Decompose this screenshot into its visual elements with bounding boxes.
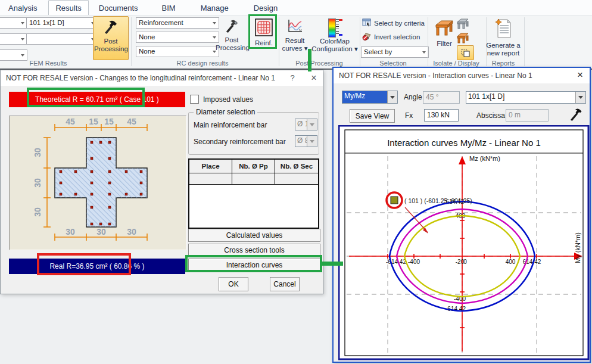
result-curves-label: Result curves ▾ bbox=[279, 37, 310, 52]
reinforcement-table[interactable]: Place Nb. Ø Pp Nb. Ø Sec bbox=[188, 158, 319, 229]
ribbon-tab-row: Analysis Results Documents BIM Manage De… bbox=[0, 0, 592, 15]
svg-text:15: 15 bbox=[89, 117, 98, 126]
isolate-gray-structure-icon[interactable] bbox=[456, 18, 469, 32]
colormap-configuration-button[interactable]: ColorMap Configuration ▾ bbox=[311, 16, 359, 59]
close-button[interactable]: × bbox=[574, 70, 586, 80]
colormap-configuration-label: ColorMap Configuration ▾ bbox=[311, 38, 359, 53]
rc-group-label: RC design results bbox=[143, 60, 262, 67]
svg-text:15: 15 bbox=[104, 117, 114, 126]
invert-selection-button[interactable]: Invert selection bbox=[362, 32, 420, 42]
save-view-button[interactable]: Save View bbox=[350, 109, 395, 123]
help-button[interactable]: ? bbox=[286, 73, 298, 83]
tab-manage[interactable]: Manage bbox=[194, 1, 235, 15]
dialog-title: NOT FOR RESALE version - Interaction cur… bbox=[334, 71, 532, 80]
diameter-selection-groupbox: Diameter selection Main reinforcement ba… bbox=[188, 112, 319, 155]
svg-text:400: 400 bbox=[506, 259, 516, 265]
select-by-combo[interactable]: Select by bbox=[361, 46, 429, 58]
select-by-criteria-button[interactable]: Select by criteria bbox=[362, 18, 425, 28]
main-bar-combo[interactable]: Ø 12 bbox=[295, 119, 317, 130]
layered-squares-icon bbox=[460, 48, 471, 58]
tab-results[interactable]: Results bbox=[48, 0, 88, 15]
chevron-down-icon bbox=[307, 119, 317, 130]
reinforcement-changes-dialog: NOT FOR RESALE version - Changes to the … bbox=[0, 70, 323, 294]
angle-field[interactable]: 45 ° bbox=[423, 91, 460, 104]
tab-analysis[interactable]: Analysis bbox=[2, 1, 43, 15]
reinf-button[interactable]: Reinf. bbox=[250, 16, 278, 59]
svg-text:-400: -400 bbox=[408, 259, 420, 265]
close-button[interactable]: × bbox=[308, 73, 320, 83]
fx-field[interactable]: 130 kN bbox=[424, 109, 459, 122]
cancel-button[interactable]: Cancel bbox=[270, 277, 300, 291]
real-r-banner: Real R=36.95 cm² ( 60.86 % ) bbox=[9, 259, 185, 274]
dialog-titlebar[interactable]: NOT FOR RESALE version - Interaction cur… bbox=[334, 68, 590, 83]
ribbon: Analysis Results Documents BIM Manage De… bbox=[0, 0, 592, 70]
chevron-down-icon bbox=[575, 92, 585, 103]
result-curves-button[interactable]: Result curves ▾ bbox=[280, 16, 310, 59]
result-curves-icon bbox=[286, 18, 303, 36]
tab-bim[interactable]: BIM bbox=[155, 1, 182, 15]
fx-label: Fx bbox=[405, 111, 413, 120]
chevron-down-icon bbox=[21, 38, 24, 41]
svg-text:30: 30 bbox=[33, 207, 42, 217]
svg-text:30: 30 bbox=[66, 227, 75, 237]
tab-documents[interactable]: Documents bbox=[92, 1, 145, 15]
case-combo[interactable]: 101 1x[1 D] bbox=[466, 91, 586, 104]
display-options-button[interactable] bbox=[457, 45, 474, 60]
svg-text:45: 45 bbox=[66, 117, 75, 126]
ribbon-body: 101 1x[1 D] Post Processing FEM Results … bbox=[0, 15, 592, 68]
chart-title: Interaction curves My/Mz - Linear No 1 bbox=[387, 138, 541, 148]
fem-combo-small-2[interactable] bbox=[0, 33, 27, 45]
secondary-bar-combo[interactable]: Ø 8. bbox=[295, 135, 317, 147]
imposed-values-label: Imposed values bbox=[203, 95, 253, 104]
angle-label: Angle bbox=[404, 93, 422, 101]
table-row[interactable] bbox=[189, 173, 318, 185]
hammer-icon[interactable] bbox=[569, 107, 582, 124]
fem-combo-small-1[interactable] bbox=[0, 17, 27, 29]
app-root: { "ribbon": { "tabs": [ {"label": "Analy… bbox=[0, 0, 592, 364]
group-separator bbox=[524, 17, 525, 66]
filter-button[interactable]: Filter bbox=[432, 17, 456, 51]
svg-text:0: 0 bbox=[463, 259, 467, 265]
rc-combo-1[interactable]: Reinforcement bbox=[136, 17, 219, 29]
fem-group-label: FEM Results bbox=[4, 60, 93, 67]
fem-post-processing-button[interactable]: Post Processing bbox=[93, 16, 129, 60]
chevron-down-icon bbox=[422, 51, 426, 54]
interaction-chart: Interaction curves My/Mz - Linear No 1 bbox=[338, 125, 590, 360]
table-header-nb-pp: Nb. Ø Pp bbox=[232, 160, 275, 173]
isolate-orange-structure-icon[interactable] bbox=[456, 32, 469, 46]
rc-combo-3[interactable]: None bbox=[136, 46, 219, 57]
imposed-values-checkbox[interactable] bbox=[190, 95, 199, 104]
fem-post-processing-label: Post Processing bbox=[94, 38, 127, 53]
calculated-values-button[interactable]: Calculated values bbox=[188, 229, 320, 242]
generate-report-button[interactable]: Generate a new report bbox=[485, 16, 522, 59]
abscissa-label: Abscissa bbox=[476, 111, 505, 120]
colormap-icon bbox=[327, 18, 342, 36]
chevron-down-icon bbox=[387, 91, 397, 103]
svg-text:30: 30 bbox=[33, 148, 42, 157]
rc-combo-2[interactable]: None bbox=[136, 32, 219, 43]
cross-section-tools-button[interactable]: Cross section tools bbox=[188, 244, 320, 257]
filter-label: Filter bbox=[437, 40, 452, 48]
main-bar-label: Main reinforcement bar bbox=[194, 121, 267, 129]
rc-post-processing-button[interactable]: Post Processing bbox=[216, 16, 248, 59]
svg-text:30: 30 bbox=[33, 178, 42, 188]
abscissa-field[interactable]: 0 m bbox=[506, 109, 549, 122]
chevron-down-icon bbox=[307, 136, 317, 147]
tab-design[interactable]: Design bbox=[247, 1, 284, 15]
rc-post-processing-label: Post Processing bbox=[216, 36, 248, 52]
svg-text:-614.42: -614.42 bbox=[386, 259, 406, 265]
ok-button[interactable]: OK bbox=[219, 277, 248, 291]
generate-report-label: Generate a new report bbox=[485, 42, 522, 57]
secondary-bar-label: Secondary reinforcement bar bbox=[194, 138, 286, 146]
dialog-title: NOT FOR RESALE version - Changes to the … bbox=[1, 74, 275, 82]
dialog-titlebar[interactable]: NOT FOR RESALE version - Changes to the … bbox=[1, 70, 323, 86]
reinf-label: Reinf. bbox=[255, 39, 273, 47]
hammer-icon bbox=[103, 19, 119, 36]
fem-case-combo[interactable]: 101 1x[1 D] bbox=[26, 17, 98, 29]
chevron-down-icon bbox=[21, 22, 24, 24]
reinforcement-section-icon bbox=[255, 18, 273, 38]
select-by-criteria-label: Select by criteria bbox=[374, 20, 425, 27]
mode-combo[interactable]: My/Mz bbox=[342, 91, 398, 104]
interaction-curves-button[interactable]: Interaction curves bbox=[188, 259, 320, 272]
fem-combo-empty[interactable] bbox=[26, 33, 98, 45]
